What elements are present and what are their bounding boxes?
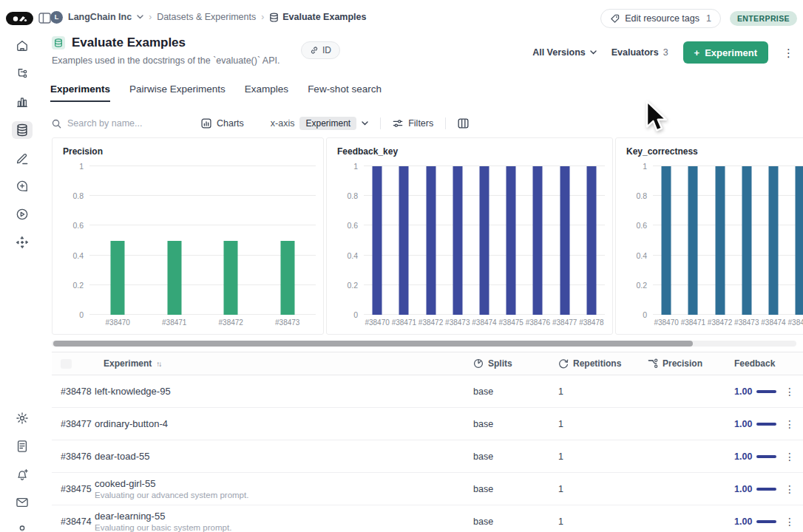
horizontal-scrollbar-thumb[interactable]: [53, 341, 693, 347]
x-tick-label: #38478: [578, 318, 605, 327]
y-tick-label: 0.2: [347, 281, 358, 290]
sort-icon[interactable]: ↑↓: [156, 360, 160, 368]
bar-#38473[interactable]: [280, 241, 294, 316]
mail-icon[interactable]: [12, 494, 33, 511]
bar-#38472[interactable]: [715, 166, 725, 315]
column-header-precision[interactable]: Precision: [647, 358, 734, 369]
bar-#38471[interactable]: [399, 166, 409, 315]
column-header-feedback[interactable]: Feedback: [734, 358, 776, 369]
row-menu-button[interactable]: ⋮: [776, 451, 803, 463]
breadcrumb-org[interactable]: LangChain Inc: [68, 12, 132, 22]
datasets-icon[interactable]: [12, 121, 33, 139]
splits-value: base: [473, 386, 558, 397]
experiment-name[interactable]: ordinary-button-4: [95, 418, 473, 429]
copy-id-button[interactable]: ID: [301, 41, 340, 59]
notifications-bell-icon[interactable]: [12, 466, 33, 483]
bar-#38474[interactable]: [479, 166, 489, 315]
charts-toggle-button[interactable]: Charts: [201, 118, 244, 129]
breadcrumb-page[interactable]: Evaluate Examples: [269, 12, 366, 22]
table-row[interactable]: #38476dear-toad-55base11.00⋮: [52, 440, 803, 473]
table-row[interactable]: #38477ordinary-button-4base11.00⋮: [52, 408, 803, 440]
playground-icon[interactable]: [12, 177, 33, 195]
row-menu-button[interactable]: ⋮: [776, 386, 803, 398]
bar-#38473[interactable]: [742, 166, 751, 315]
account-icon[interactable]: [12, 522, 33, 532]
sidebar-toggle-icon[interactable]: [38, 13, 51, 24]
select-all-checkbox[interactable]: [61, 359, 72, 369]
topbar: L LangChain Inc › Datasets & Experiments…: [0, 0, 803, 34]
splits-value: base: [473, 419, 558, 429]
bar-#38475[interactable]: [796, 166, 803, 315]
experiment-name-cell[interactable]: dear-learning-55Evaluating our basic sys…: [95, 511, 473, 532]
chart-title: Key_correctness: [616, 138, 803, 157]
bar-#38471[interactable]: [688, 166, 698, 315]
column-header-experiment[interactable]: Experiment ↑↓: [95, 358, 473, 369]
columns-button[interactable]: [458, 118, 469, 129]
deployments-icon[interactable]: [12, 233, 33, 251]
feedback-value-cell: 1.00: [734, 419, 776, 429]
experiment-name-cell[interactable]: cooked-girl-55Evaluating our advanced sy…: [95, 478, 473, 499]
experiment-name-cell[interactable]: left-knowledge-95: [95, 386, 473, 397]
bar-#38471[interactable]: [167, 241, 181, 316]
annotation-icon[interactable]: [12, 149, 33, 167]
runs-icon[interactable]: [12, 205, 33, 223]
tracing-icon[interactable]: [12, 65, 33, 83]
column-header-repetitions[interactable]: Repetitions: [558, 358, 647, 369]
experiment-name[interactable]: cooked-girl-55: [95, 478, 473, 489]
xaxis-value-chip[interactable]: Experiment: [299, 117, 356, 130]
row-menu-button[interactable]: ⋮: [776, 516, 803, 528]
bar-#38472[interactable]: [426, 166, 436, 315]
experiment-name-cell[interactable]: ordinary-button-4: [95, 418, 473, 429]
tab-few-shot-search[interactable]: Few-shot search: [308, 83, 382, 102]
y-tick-label: 0.8: [347, 191, 358, 200]
experiment-name[interactable]: dear-toad-55: [95, 451, 473, 462]
bar-#38470[interactable]: [111, 241, 125, 316]
bar-#38478[interactable]: [586, 166, 596, 315]
bar-#38473[interactable]: [453, 166, 462, 315]
row-menu-button[interactable]: ⋮: [776, 483, 803, 495]
table-row[interactable]: #38478left-knowledge-95base11.00⋮: [52, 375, 803, 408]
row-menu-button[interactable]: ⋮: [776, 418, 803, 430]
horizontal-scrollbar-track[interactable]: [52, 341, 796, 347]
filters-button[interactable]: Filters: [393, 118, 433, 129]
settings-gear-icon[interactable]: [12, 409, 33, 427]
edit-resource-tags-button[interactable]: Edit resource tags 1: [600, 9, 721, 28]
tab-experiments[interactable]: Experiments: [50, 83, 110, 102]
x-tick-label: #38472: [417, 318, 444, 327]
experiment-name[interactable]: left-knowledge-95: [95, 386, 473, 397]
new-experiment-button[interactable]: + Experiment: [683, 41, 768, 64]
page-title: Evaluate Examples: [72, 35, 186, 50]
docs-icon[interactable]: [12, 437, 33, 455]
tab-pairwise-experiments[interactable]: Pairwise Experiments: [129, 83, 226, 102]
table-row[interactable]: #38474dear-learning-55Evaluating our bas…: [52, 505, 803, 532]
sidebar-top-group: [12, 37, 33, 251]
y-tick-label: 0.6: [636, 221, 647, 230]
bar-#38477[interactable]: [560, 166, 569, 315]
langsmith-logo[interactable]: [6, 12, 33, 25]
tab-examples[interactable]: Examples: [245, 83, 288, 102]
org-avatar[interactable]: L: [50, 11, 63, 24]
y-tick-label: 1: [643, 162, 647, 171]
x-tick-label: #38477: [552, 318, 578, 327]
monitoring-icon[interactable]: [12, 93, 33, 111]
bar-#38470[interactable]: [373, 166, 382, 315]
experiment-name-cell[interactable]: dear-toad-55: [95, 451, 473, 462]
breadcrumb-section[interactable]: Datasets & Experiments: [157, 12, 256, 22]
bar-#38474[interactable]: [768, 166, 778, 315]
header-menu-button[interactable]: ⋮: [783, 47, 794, 58]
experiment-name[interactable]: dear-learning-55: [95, 511, 473, 522]
bar-#38475[interactable]: [506, 166, 516, 315]
evaluators-button[interactable]: Evaluators 3: [611, 47, 668, 58]
home-icon[interactable]: [12, 37, 33, 55]
bar-#38476[interactable]: [533, 166, 543, 315]
feedback-value-cell: 1.00: [734, 484, 776, 494]
search-input[interactable]: Search by name...: [52, 118, 183, 129]
column-header-splits[interactable]: Splits: [473, 358, 558, 369]
repetitions-value: 1: [558, 451, 647, 462]
chevron-down-icon[interactable]: [137, 15, 143, 19]
table-row[interactable]: #38475cooked-girl-55Evaluating our advan…: [52, 473, 803, 505]
versions-dropdown[interactable]: All Versions: [532, 47, 597, 58]
bar-#38472[interactable]: [224, 241, 238, 316]
bar-#38470[interactable]: [662, 166, 671, 315]
chevron-down-icon[interactable]: [362, 121, 368, 126]
